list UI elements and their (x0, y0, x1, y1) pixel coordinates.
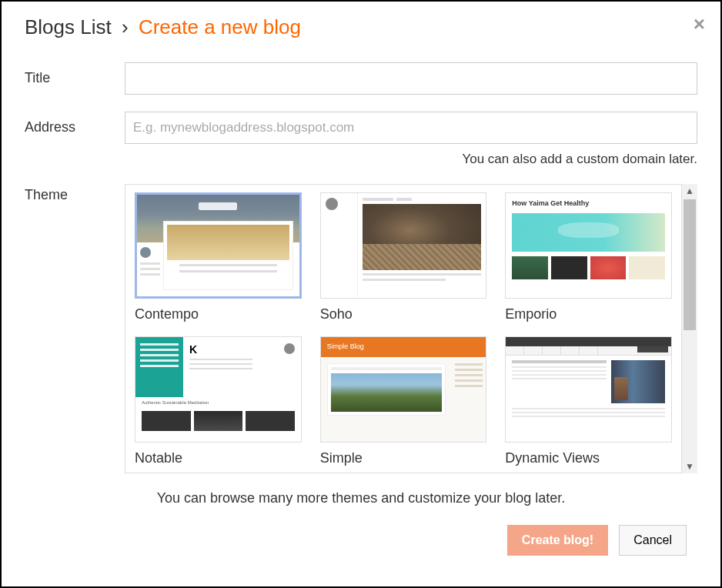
theme-name: Dynamic Views (505, 450, 672, 466)
close-icon[interactable]: × (694, 12, 705, 36)
title-input[interactable] (125, 62, 697, 95)
theme-label: Theme (25, 184, 125, 203)
theme-name: Contempo (135, 306, 302, 322)
theme-scrollbar[interactable]: ▲ ▼ (682, 184, 697, 473)
theme-option-notable[interactable]: K Authentic Sustainable Meditation Notab… (135, 336, 302, 466)
themes-helper-text: You can browse many more themes and cust… (25, 490, 697, 506)
theme-row: Theme Contempo (25, 184, 697, 473)
dialog-buttons: Create blog! Cancel (25, 525, 697, 556)
create-blog-button[interactable]: Create blog! (507, 525, 608, 556)
breadcrumb-current: Create a new blog (139, 15, 301, 38)
address-input[interactable] (125, 112, 697, 144)
theme-option-emporio[interactable]: How Yaima Get Healthy Emporio (505, 192, 672, 322)
address-label: Address (25, 112, 125, 135)
scroll-down-icon[interactable]: ▼ (682, 459, 697, 473)
scroll-thumb[interactable] (684, 199, 696, 330)
cancel-button[interactable]: Cancel (619, 525, 687, 556)
theme-thumbnail: How Yaima Get Healthy (505, 192, 672, 299)
theme-thumbnail (135, 192, 302, 299)
theme-thumbnail: Simple Blog (320, 336, 487, 443)
theme-name: Simple (320, 450, 487, 466)
chevron-right-icon: › (122, 15, 129, 38)
theme-option-contempo[interactable]: Contempo (135, 192, 302, 322)
title-label: Title (25, 62, 125, 86)
scroll-up-icon[interactable]: ▲ (682, 184, 697, 198)
breadcrumb: Blogs List › Create a new blog (25, 15, 697, 39)
address-helper-text: You can also add a custom domain later. (125, 152, 697, 167)
theme-thumbnail (505, 336, 672, 443)
create-blog-dialog: × Blogs List › Create a new blog Title A… (2, 2, 720, 570)
theme-grid: Contempo Soho (125, 184, 682, 473)
theme-name: Emporio (505, 306, 672, 322)
address-row: Address You can also add a custom domain… (25, 112, 697, 167)
theme-thumbnail (320, 192, 487, 299)
title-row: Title (25, 62, 697, 95)
theme-option-simple[interactable]: Simple Blog Simple (320, 336, 487, 466)
theme-name: Soho (320, 306, 487, 322)
breadcrumb-blogs-list[interactable]: Blogs List (25, 15, 112, 38)
theme-option-dynamic-views[interactable]: Dynamic Views (505, 336, 672, 466)
theme-name: Notable (135, 450, 302, 466)
theme-option-soho[interactable]: Soho (320, 192, 487, 322)
theme-thumbnail: K Authentic Sustainable Meditation (135, 336, 302, 443)
